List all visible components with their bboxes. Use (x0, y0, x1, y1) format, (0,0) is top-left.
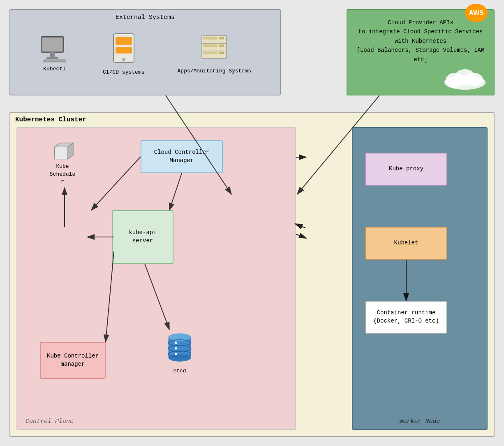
cloud-controller-manager: Cloud ControllerManager (141, 140, 223, 173)
svg-point-9 (122, 58, 125, 61)
svg-rect-5 (44, 60, 65, 62)
kubectl-icon (39, 36, 70, 63)
main-container: External Systems Kubectl (9, 9, 495, 437)
kube-controller-label: Kube Controllermanager (47, 352, 99, 368)
kube-scheduler-label: KubeScheduler (50, 163, 75, 186)
container-runtime-label: Container runtime(Docker, CRI-O etc) (373, 309, 439, 325)
kube-proxy: Kube proxy (365, 153, 447, 186)
worker-node-box: Worker Node Kube proxy Kubelet Container… (352, 127, 488, 430)
aws-text: Cloud Provider APIsto integrate Cloud Sp… (356, 18, 486, 64)
svg-point-16 (219, 37, 222, 39)
etcd-db-icon (163, 330, 196, 365)
kube-api-label: kube-apiserver (129, 229, 156, 245)
control-plane-box: Control Plane Cloud ControllerManager Ku… (16, 127, 296, 430)
apps-group: Apps/Monitoring Systems (178, 34, 251, 74)
svg-point-25 (465, 73, 483, 86)
kube-api-server: kube-apiserver (112, 210, 173, 264)
svg-line-50 (296, 234, 306, 238)
control-plane-label: Control Plane (25, 418, 74, 425)
svg-rect-1 (42, 38, 62, 51)
cicd-icon (111, 33, 136, 66)
svg-point-35 (175, 341, 177, 344)
k8s-cluster-box: Kubernetes Cluster Control Plane Cloud C… (9, 112, 495, 437)
kubelet-label: Kubelet (394, 239, 418, 247)
svg-rect-14 (203, 44, 217, 47)
worker-node-label: Worker Node (399, 418, 440, 425)
svg-line-40 (169, 173, 182, 210)
svg-point-18 (219, 44, 222, 47)
cloud-controller-label: Cloud ControllerManager (154, 149, 209, 165)
svg-rect-7 (116, 37, 132, 45)
svg-line-41 (91, 157, 141, 210)
svg-point-17 (222, 37, 224, 39)
svg-point-30 (169, 354, 191, 361)
kube-scheduler-cube-icon (44, 140, 81, 163)
cicd-label: CI/CD systems (103, 69, 144, 75)
k8s-cluster-label: Kubernetes Cluster (10, 113, 494, 127)
external-systems-icons: Kubectl CI/CD systems (10, 21, 280, 87)
aws-badge: AWS (465, 4, 488, 22)
aws-box: AWS Cloud Provider APIsto integrate Clou… (347, 9, 495, 95)
kube-scheduler: KubeScheduler (40, 140, 85, 186)
kubectl-group: Kubectl (39, 36, 70, 72)
svg-point-36 (175, 347, 177, 349)
svg-rect-2 (50, 52, 55, 57)
etcd-label: etcd (173, 367, 186, 375)
kube-controller-manager: Kube Controllermanager (40, 342, 106, 379)
external-systems-label: External Systems (10, 14, 280, 21)
svg-line-51 (295, 224, 305, 228)
svg-line-45 (145, 264, 169, 330)
svg-line-44 (106, 251, 114, 342)
kubectl-label: Kubectl (43, 66, 66, 72)
cloud-shape-icon (440, 66, 490, 91)
svg-marker-26 (54, 147, 68, 159)
kube-proxy-label: Kube proxy (389, 165, 423, 173)
external-systems-box: External Systems Kubectl (9, 9, 281, 95)
apps-label: Apps/Monitoring Systems (178, 68, 251, 74)
svg-rect-3 (46, 57, 58, 59)
svg-point-37 (175, 353, 177, 355)
kubelet: Kubelet (365, 227, 447, 260)
svg-rect-15 (203, 52, 217, 54)
container-runtime: Container runtime(Docker, CRI-O etc) (365, 301, 447, 334)
apps-icon (200, 34, 229, 65)
svg-point-19 (222, 44, 224, 47)
svg-rect-8 (116, 47, 132, 53)
svg-point-21 (222, 52, 224, 54)
svg-rect-13 (203, 37, 217, 39)
cicd-group: CI/CD systems (103, 33, 144, 75)
etcd: etcd (155, 330, 204, 375)
svg-point-20 (219, 52, 222, 54)
